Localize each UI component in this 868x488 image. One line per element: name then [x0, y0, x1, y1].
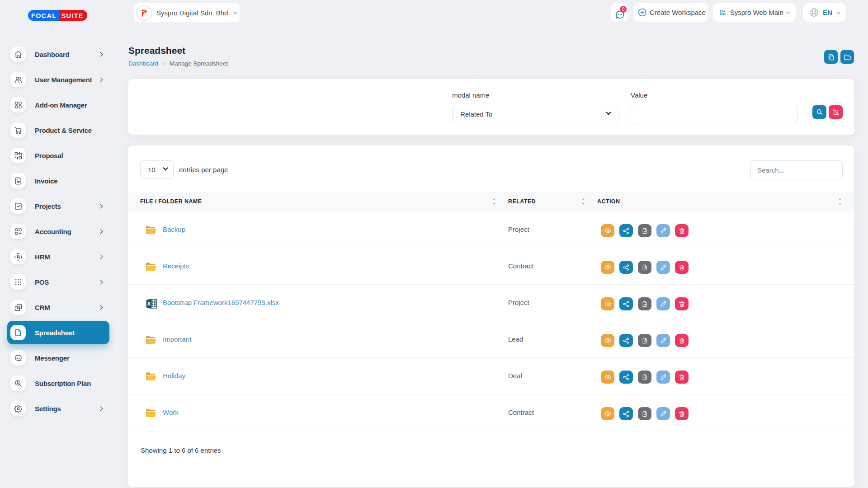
svg-text:X: X	[147, 301, 151, 306]
